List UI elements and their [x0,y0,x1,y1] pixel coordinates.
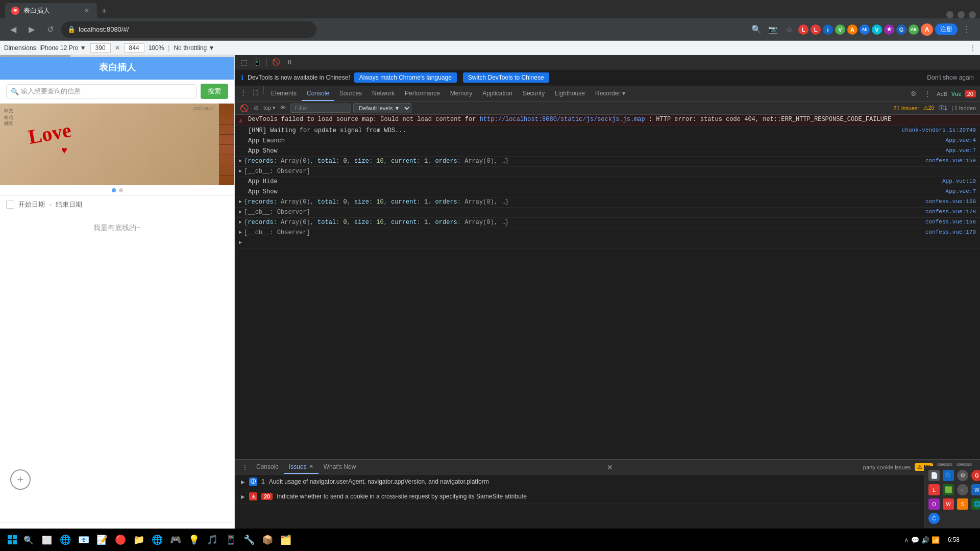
tab-security[interactable]: Security [518,86,550,101]
file-ref-10[interactable]: confess.vue:156 [925,219,976,225]
bottom-tab-whatsnew[interactable]: What's New [318,460,361,474]
tab-recorder[interactable]: Recorder ▾ [590,86,630,101]
expand-arrow-1[interactable]: ▶ [239,158,242,164]
taskbar-icon-8[interactable]: 🎵 [204,532,220,548]
taskbar-icon-6[interactable]: 🎮 [167,532,184,548]
more-icon[interactable]: ⋮ [922,88,934,100]
eye-icon[interactable]: 👁 [278,103,288,113]
error-link[interactable]: http://localhost:8080/static/js/sockjs.j… [480,116,645,123]
bottom-more-icon[interactable]: ⋮ [239,461,251,473]
menu-btn[interactable]: ⋮ [960,22,974,37]
console-output[interactable]: ⚠ DevTools failed to load source map: Co… [235,115,980,459]
tab-application[interactable]: Application [477,86,518,101]
tab-lighthouse[interactable]: Lighthouse [550,86,590,101]
inspect-icon[interactable]: ⬚ [238,56,250,68]
start-btn[interactable] [4,532,20,548]
file-ref-3[interactable]: App.vue:7 [946,147,976,154]
expand-arrow-6[interactable]: ▶ [239,229,242,235]
expand-arrow-2[interactable]: ▶ [239,168,242,174]
back-btn[interactable]: ◀ [6,22,20,37]
ext-grid-icon-13[interactable]: C [928,513,940,524]
tray-icon-3[interactable]: 🔊 [921,536,929,544]
ext-grid-icon-2[interactable]: 🔵 [943,470,954,481]
new-tab-btn[interactable]: + [97,4,111,18]
file-ref-11[interactable]: confess.vue:170 [925,229,976,235]
console-filter-btn[interactable]: ⊘ [251,103,261,113]
height-input[interactable]: 844 [124,43,144,53]
show-desktop-btn[interactable] [964,534,976,546]
bottom-tab-console[interactable]: Console [251,460,284,474]
taskbar-edge[interactable]: 🌐 [57,532,74,548]
maximize-btn[interactable] [958,11,965,18]
bookmark-icon[interactable]: ☆ [782,22,796,37]
refresh-btn[interactable]: ↺ [43,22,57,37]
add-button[interactable]: + [10,469,31,490]
h-scrollbar[interactable] [0,55,235,57]
ext-icon-3[interactable]: i [823,24,833,35]
issue-item-2[interactable]: ▶ ⚠ 20 Indicate whether to send a cookie… [235,489,980,504]
tab-memory[interactable]: Memory [445,86,477,101]
ext-icon-2[interactable]: L [811,24,821,35]
ext-grid-icon-11[interactable]: S [957,498,968,510]
tab-performance[interactable]: Performance [400,86,445,101]
screenshot-icon[interactable]: 📷 [766,22,780,37]
bottom-tab-issues[interactable]: Issues ✕ [284,460,318,474]
ext-grid-icon-9[interactable]: O [928,498,940,510]
file-ref-8[interactable]: confess.vue:158 [925,198,976,205]
match-language-btn[interactable]: Always match Chrome's language [354,72,457,83]
browser-tab[interactable]: ❤ 表白插人 ✕ [5,3,97,18]
taskbar-icon-12[interactable]: 🗂️ [278,532,294,548]
expand-arrow-5[interactable]: ▶ [239,219,242,225]
console-filter-input[interactable] [290,104,351,113]
taskbar-icon-11[interactable]: 📦 [259,532,276,548]
taskbar-outlook[interactable]: 📧 [76,532,92,548]
bottom-panel-close[interactable]: ✕ [607,463,617,471]
taskbar-file[interactable]: 📁 [131,532,147,548]
tab-elements[interactable]: Elements [266,86,302,101]
issues-tab-close[interactable]: ✕ [309,463,313,470]
tab-sources[interactable]: Sources [334,86,367,101]
signin-btn[interactable]: 注册 [935,23,958,35]
forward-btn[interactable]: ▶ [24,22,39,37]
search-icon[interactable]: 🔍 [749,22,764,37]
adblock-icon[interactable]: AdB [936,88,948,100]
ext-icon-5[interactable]: A [847,24,857,35]
expand-arrow-3[interactable]: ▶ [239,198,242,205]
expand-arrow-4[interactable]: ▶ [239,209,242,215]
dims-more[interactable]: ⋮ [970,44,976,52]
expand-arrow-7[interactable]: ▶ [239,239,242,245]
ext-icon-1[interactable]: L [798,24,808,35]
devtools-inspect-icon[interactable]: ⬚ [249,86,261,98]
clear-btn[interactable]: 🚫 [239,103,249,113]
taskbar-word[interactable]: 📝 [94,532,110,548]
ext-grid-icon-3[interactable]: ⚙ [957,470,968,481]
taskbar-icon-10[interactable]: 🔧 [241,532,257,548]
dot-2[interactable] [119,188,123,192]
vue-devtools-icon[interactable]: Vue [950,88,963,100]
issue-item-1[interactable]: ▶ ⓘ 1 Audit usage of navigator.userAgent… [235,474,980,489]
h-scrollbar-thumb[interactable] [0,55,70,57]
file-ref-1[interactable]: chunk-vendors.1s:20749 [902,127,976,133]
ext-grid-icon-5[interactable]: L [928,484,940,495]
ext-icon-6[interactable]: Ab [860,24,870,35]
zoom-select[interactable]: 100% [149,44,164,52]
tab-close-btn[interactable]: ✕ [83,7,91,15]
issues-badge[interactable]: 20 [965,90,976,97]
search-input-wrapper[interactable]: 🔍 输入想要查询的信息 [6,84,197,98]
taskbar-icon-9[interactable]: 📱 [223,532,239,548]
width-input[interactable]: 390 [90,43,111,53]
search-button[interactable]: 搜索 [201,84,228,99]
taskbar-chrome[interactable]: 🌐 [149,532,165,548]
tab-network[interactable]: Network [367,86,400,101]
tab-console[interactable]: Console [302,86,334,101]
clear-console-icon[interactable]: 🚫 [270,56,282,68]
close-btn[interactable] [969,11,976,18]
devtools-menu-icon[interactable]: ⋮ [237,86,249,98]
dims-device[interactable]: Dimensions: iPhone 12 Pro ▼ [4,44,86,52]
ext-icon-10[interactable]: AB [909,24,919,35]
throttle-select[interactable]: No throttling ▼ [174,44,214,52]
ext-grid-icon-12[interactable]: 🌐 [971,498,980,510]
date-checkbox[interactable] [6,201,14,209]
taskbar-icon-4[interactable]: 🔴 [112,532,129,548]
taskbar-icon-7[interactable]: 💡 [186,532,202,548]
